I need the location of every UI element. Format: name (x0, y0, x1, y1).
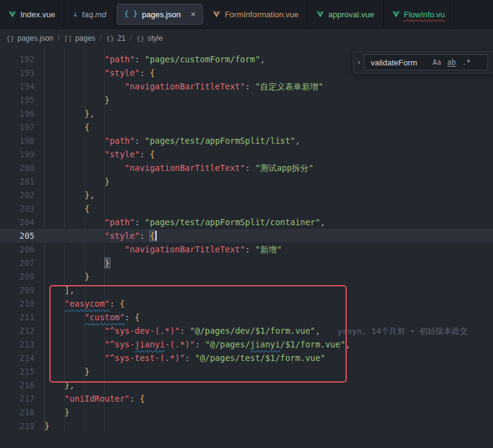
code-line-195[interactable]: 195 } (0, 93, 493, 107)
line-number: 203 (0, 202, 35, 215)
code-line-196[interactable]: 196 }, (0, 107, 493, 120)
tab-label: FlowInfo.vu (404, 10, 445, 19)
code-line-209[interactable]: 209 ], (0, 283, 493, 297)
code-line-202[interactable]: 202 }, (0, 188, 493, 202)
find-widget: › Aa ab .* (353, 51, 493, 73)
code-line-216[interactable]: 216 }, (0, 378, 493, 392)
code-line-208[interactable]: 208 } (0, 270, 493, 283)
code-text: "^sys-test-(.*)": "@/pages/test/$1/form.… (44, 351, 325, 365)
line-number: 208 (0, 270, 35, 283)
code-text: "path": "pages/test/appFormSplit/contain… (44, 215, 325, 229)
breadcrumb-label: pages.json (17, 34, 53, 43)
code-line-210[interactable]: 210 "easycom": { (0, 297, 493, 310)
breadcrumb-separator: / (57, 34, 59, 43)
code-text: { (44, 202, 89, 215)
code-text: } (44, 419, 49, 433)
line-number: 202 (0, 188, 35, 202)
line-number: 212 (0, 324, 35, 338)
find-input[interactable] (370, 57, 429, 68)
breadcrumb-item-style[interactable]: {}style (136, 34, 163, 43)
code-line-217[interactable]: 217 "uniIdRouter": { (0, 392, 493, 405)
code-line-214[interactable]: 214 "^sys-test-(.*)": "@/pages/test/$1/f… (0, 351, 493, 365)
breadcrumb-item-pages[interactable]: []pages (64, 34, 96, 43)
code-text: }, (44, 107, 94, 120)
code-line-203[interactable]: 203 { (0, 202, 493, 215)
breadcrumb-label: style (147, 34, 163, 43)
line-number: 206 (0, 243, 35, 256)
code-line-212[interactable]: 212 "^sys-dev-(.*)": "@/pages/dev/$1/for… (0, 324, 493, 338)
line-number: 211 (0, 310, 35, 324)
tab-approval-vue[interactable]: approval.vue (308, 0, 383, 28)
line-number: 194 (0, 80, 35, 93)
close-icon[interactable]: × (191, 10, 196, 19)
code-line-206[interactable]: 206 "navigationBarTitleText": "新增" (0, 243, 493, 256)
code-text: "navigationBarTitleText": "自定义表单新增" (44, 80, 323, 93)
code-line-215[interactable]: 215 } (0, 365, 493, 378)
vue-file-icon (392, 10, 400, 18)
breadcrumb-item-21[interactable]: {}21 (106, 34, 126, 43)
symbol-icon: [] (64, 35, 72, 43)
code-text: "easycom": { (44, 297, 125, 310)
breadcrumb-item-pages-json[interactable]: {}pages.json (6, 34, 53, 43)
tab-pages-json[interactable]: { }pages.json× (117, 4, 203, 25)
symbol-icon: {} (6, 35, 14, 43)
code-line-197[interactable]: 197 { (0, 120, 493, 134)
tab-label: pages.json (142, 10, 181, 19)
code-line-198[interactable]: 198 "path": "pages/test/appFormSplit/lis… (0, 134, 493, 147)
line-number: 192 (0, 52, 35, 66)
line-number: 217 (0, 392, 35, 405)
code-line-204[interactable]: 204 "path": "pages/test/appFormSplit/con… (0, 215, 493, 229)
find-input-box: Aa ab .* (364, 54, 488, 70)
code-line-201[interactable]: 201 } (0, 175, 493, 188)
tab-label: FormInformation.vue (225, 10, 299, 19)
whole-word-icon[interactable]: ab (445, 57, 458, 68)
code-text: }, (44, 378, 75, 392)
text-cursor (155, 231, 157, 241)
code-line-200[interactable]: 200 "navigationBarTitleText": "测试app拆分" (0, 161, 493, 175)
code-text: "^sys-dev-(.*)": "@/pages/dev/$1/form.vu… (44, 324, 468, 338)
json-file-icon: { } (124, 10, 138, 19)
editor-pane[interactable]: 192 "path": "pages/customForm/form",193 … (0, 48, 493, 448)
line-number: 214 (0, 351, 35, 365)
code-line-211[interactable]: 211 "custom": { (0, 310, 493, 324)
regex-icon[interactable]: .* (460, 57, 473, 68)
code-text: } (44, 270, 89, 283)
line-number: 195 (0, 93, 35, 107)
code-text: ], (44, 283, 75, 297)
tab-flowinfo-vu[interactable]: FlowInfo.vu (384, 0, 454, 28)
tab-label: Index.vue (20, 10, 55, 19)
line-number: 193 (0, 66, 35, 80)
line-number: 218 (0, 405, 35, 419)
code-text: "navigationBarTitleText": "测试app拆分" (44, 161, 313, 175)
breadcrumb-label: pages (75, 34, 96, 43)
code-text: }, (44, 188, 94, 202)
code-line-205[interactable]: 205 "style": { (0, 229, 493, 243)
tab-index-vue[interactable]: Index.vue (0, 0, 64, 28)
tab-label: faq.md (82, 10, 107, 19)
tab-forminformation-vue[interactable]: FormInformation.vue (204, 0, 308, 28)
code-text: { (44, 120, 89, 134)
markdown-file-icon: ↓ (73, 10, 77, 19)
line-number: 205 (0, 229, 35, 243)
code-text: "style": { (44, 66, 155, 80)
line-number: 210 (0, 297, 35, 310)
line-number: 196 (0, 107, 35, 120)
code-line-207[interactable]: 207 } (0, 256, 493, 270)
code-line-218[interactable]: 218 } (0, 405, 493, 419)
line-number: 204 (0, 215, 35, 229)
line-number: 198 (0, 134, 35, 147)
code-text: "path": "pages/test/appFormSplit/list", (44, 134, 300, 147)
code-line-219[interactable]: 219} (0, 419, 493, 433)
code-line-194[interactable]: 194 "navigationBarTitleText": "自定义表单新增" (0, 80, 493, 93)
code-text: "custom": { (44, 310, 139, 324)
breadcrumb-separator: / (100, 34, 102, 43)
code-line-199[interactable]: 199 "style": { (0, 147, 493, 161)
line-number: 199 (0, 147, 35, 161)
tab-bar: Index.vue↓faq.md{ }pages.json×FormInform… (0, 0, 493, 29)
match-case-icon[interactable]: Aa (430, 57, 444, 68)
code-text: } (44, 365, 89, 378)
code-line-213[interactable]: 213 "^sys-jianyi-(.*)": "@/pages/jianyi/… (0, 338, 493, 351)
tab-faq-md[interactable]: ↓faq.md (64, 0, 115, 28)
toggle-replace-chevron-icon[interactable]: › (354, 58, 364, 67)
code-text: "style": { (44, 229, 157, 243)
